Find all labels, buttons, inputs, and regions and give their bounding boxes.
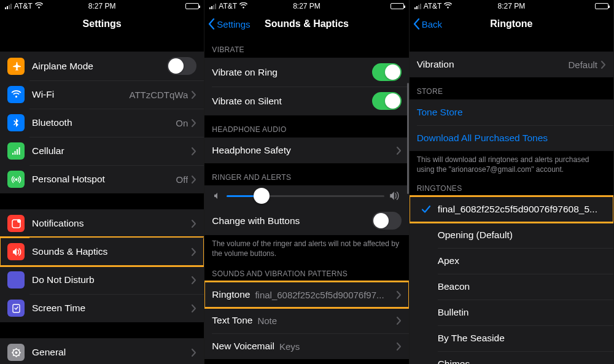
ringtone-label: Apex xyxy=(438,255,459,266)
toggle-airplane[interactable] xyxy=(167,57,196,75)
link-tone-store[interactable]: Tone Store xyxy=(410,99,613,125)
sounds-icon xyxy=(7,243,25,260)
settings-row-do-not-disturb[interactable]: Do Not Disturb xyxy=(0,266,204,294)
section-header-vibrate: VIBRATE xyxy=(204,36,408,58)
row-value: Off xyxy=(176,174,188,185)
row-value: ATTzCDTqWa xyxy=(129,90,188,100)
settings-row-cellular[interactable]: Cellular xyxy=(0,137,204,165)
battery-icon xyxy=(185,3,199,9)
svg-point-2 xyxy=(17,219,21,223)
section-header-patterns: SOUNDS AND VIBRATION PATTERNS xyxy=(204,265,408,282)
chevron-right-icon xyxy=(192,176,196,184)
settings-row-bluetooth[interactable]: BluetoothOn xyxy=(0,109,204,137)
back-button[interactable]: Back xyxy=(413,18,442,29)
chevron-right-icon xyxy=(192,91,196,99)
ringtone-option[interactable]: Bulletin xyxy=(410,300,613,325)
chevron-right-icon xyxy=(192,304,196,312)
link-download-all-purchased-tones[interactable]: Download All Purchased Tones xyxy=(410,125,613,151)
row-headphone-safety[interactable]: Headphone Safety xyxy=(204,137,408,163)
chevron-right-icon xyxy=(601,61,606,69)
ringtone-list[interactable]: Vibration Default STORE Tone StoreDownlo… xyxy=(410,36,613,364)
ringtone-option[interactable]: Apex xyxy=(410,248,613,274)
settings-row-wi-fi[interactable]: Wi-FiATTzCDTqWa xyxy=(0,80,204,109)
row-label: Notifications xyxy=(32,218,192,229)
row-vibrate-on-ring[interactable]: Vibrate on Ring xyxy=(204,58,408,87)
wifi-icon xyxy=(7,86,25,103)
ringtone-option[interactable]: By The Seaside xyxy=(410,325,613,351)
link-label: Tone Store xyxy=(417,107,606,118)
page-title: Settings xyxy=(83,18,122,29)
chevron-right-icon xyxy=(397,343,402,350)
status-bar: AT&T 8:27 PM xyxy=(0,0,204,12)
chevron-right-icon xyxy=(397,291,402,299)
carrier-label: AT&T xyxy=(424,2,442,10)
row-ringtone[interactable]: Ringtonefinal_6082f252c5f5d90076f97... xyxy=(204,282,408,308)
volume-slider[interactable] xyxy=(227,195,384,197)
ringtone-option[interactable]: Chimes xyxy=(410,351,613,364)
row-label: Personal Hotspot xyxy=(32,174,176,185)
chevron-right-icon xyxy=(192,248,196,256)
row-label: Vibrate on Ring xyxy=(212,67,371,78)
ringtone-option[interactable]: Opening (Default) xyxy=(410,222,613,248)
row-label: General xyxy=(32,347,192,358)
settings-row-airplane-mode[interactable]: Airplane Mode xyxy=(0,52,204,80)
sounds-list[interactable]: VIBRATE Vibrate on RingVibrate on Silent… xyxy=(204,36,408,364)
toggle[interactable] xyxy=(372,92,402,110)
screentime-icon xyxy=(7,300,25,317)
settings-row-general[interactable]: General xyxy=(0,338,204,364)
settings-list[interactable]: Airplane ModeWi-FiATTzCDTqWaBluetoothOnC… xyxy=(0,36,204,364)
row-label: Vibrate on Silent xyxy=(212,96,371,107)
chevron-right-icon xyxy=(192,276,196,284)
general-icon xyxy=(7,344,25,361)
row-label: Airplane Mode xyxy=(32,61,167,72)
row-label: Vibration xyxy=(417,59,569,70)
row-value: Keys xyxy=(279,341,393,352)
settings-panel: AT&T 8:27 PM Settings Airplane ModeWi-Fi… xyxy=(0,0,204,364)
toggle-change-buttons[interactable] xyxy=(372,212,402,230)
signal-icon xyxy=(414,4,421,9)
ringtone-option[interactable]: final_6082f252c5f5d90076f97608_5... xyxy=(410,196,613,222)
row-value: On xyxy=(176,118,188,128)
section-header-headphone: HEADPHONE AUDIO xyxy=(204,115,408,137)
row-text-tone[interactable]: Text ToneNote xyxy=(204,308,408,333)
hotspot-icon xyxy=(7,171,25,188)
row-label: Text Tone xyxy=(212,315,252,326)
chevron-right-icon xyxy=(192,147,196,155)
row-value: final_6082f252c5f5d90076f97... xyxy=(255,290,392,300)
section-header-store: STORE xyxy=(410,77,613,99)
row-label: Headphone Safety xyxy=(212,145,396,156)
checkmark-icon xyxy=(418,204,434,214)
toggle[interactable] xyxy=(372,63,402,81)
row-vibration[interactable]: Vibration Default xyxy=(410,52,613,77)
ringtone-label: final_6082f252c5f5d90076f97608_5... xyxy=(438,204,597,215)
row-vibrate-on-silent[interactable]: Vibrate on Silent xyxy=(204,87,408,115)
settings-row-personal-hotspot[interactable]: Personal HotspotOff xyxy=(0,165,204,193)
nav-bar: Settings Sounds & Haptics xyxy=(204,12,408,36)
chevron-right-icon xyxy=(397,317,402,325)
volume-high-icon xyxy=(389,192,400,200)
row-label: New Voicemail xyxy=(212,341,274,352)
status-bar: AT&T 8:27 PM xyxy=(410,0,613,12)
notifications-icon xyxy=(7,215,25,232)
row-label: Screen Time xyxy=(32,303,192,314)
ringtone-label: Chimes xyxy=(438,358,470,364)
settings-row-sounds-haptics[interactable]: Sounds & Haptics xyxy=(0,238,204,266)
ringtone-panel: AT&T 8:27 PM Back Ringtone Vibration Def… xyxy=(410,0,614,364)
row-label: Ringtone xyxy=(212,289,250,300)
ringtone-label: By The Seaside xyxy=(438,333,505,344)
svg-point-5 xyxy=(15,351,17,354)
ringtone-label: Beacon xyxy=(438,281,470,292)
ringtone-option[interactable]: Beacon xyxy=(410,274,613,300)
page-title: Ringtone xyxy=(490,18,532,29)
signal-icon xyxy=(5,4,12,9)
settings-row-screen-time[interactable]: Screen Time xyxy=(0,294,204,322)
cellular-icon xyxy=(7,142,25,160)
row-new-voicemail[interactable]: New VoicemailKeys xyxy=(204,333,408,359)
page-title: Sounds & Haptics xyxy=(265,18,349,29)
back-button[interactable]: Settings xyxy=(208,18,250,29)
wifi-icon xyxy=(444,2,452,10)
nav-bar: Back Ringtone xyxy=(410,12,613,36)
section-header-ringtones: RINGTONES xyxy=(410,180,613,196)
settings-row-notifications[interactable]: Notifications xyxy=(0,209,204,238)
row-change-with-buttons[interactable]: Change with Buttons xyxy=(204,206,408,235)
